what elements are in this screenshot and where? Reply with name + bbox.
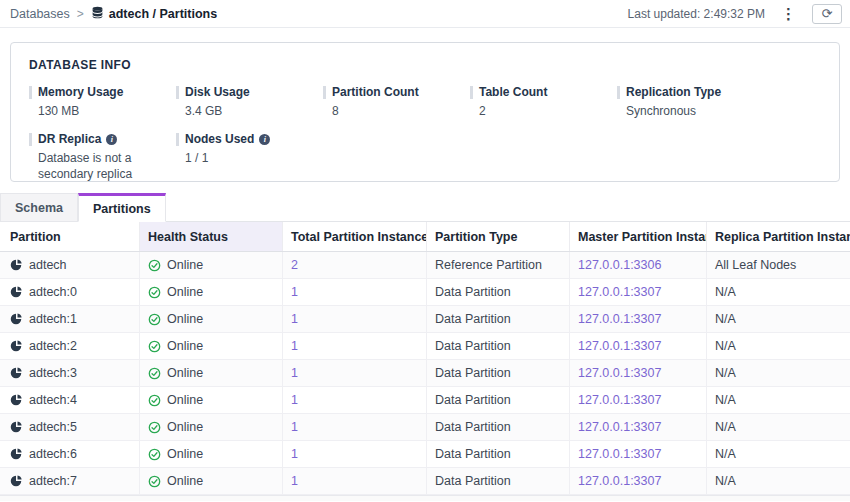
breadcrumb-databases-link[interactable]: Databases bbox=[10, 7, 70, 21]
pie-chart-icon bbox=[10, 421, 22, 433]
stat-label: DR Replica bbox=[38, 132, 101, 146]
partition-cell: adtech:2 bbox=[0, 333, 140, 359]
master-instance-link[interactable]: 127.0.0.1:3307 bbox=[578, 285, 661, 299]
partition-cell: adtech:6 bbox=[0, 441, 140, 467]
partition-type-text: Data Partition bbox=[435, 339, 511, 353]
pie-chart-icon bbox=[10, 286, 22, 298]
health-status-text: Online bbox=[167, 420, 203, 434]
health-ok-icon bbox=[148, 259, 161, 272]
replica-instance-text: N/A bbox=[715, 285, 736, 299]
health-status-text: Online bbox=[167, 393, 203, 407]
health-status-cell: Online bbox=[140, 306, 283, 332]
stat-label: Nodes Used bbox=[185, 132, 254, 146]
replica-instance-text: N/A bbox=[715, 447, 736, 461]
stat-value: 8 bbox=[332, 103, 464, 119]
table-row: adtech Online 2 Reference Partition 127.… bbox=[0, 252, 850, 279]
partition-type-text: Data Partition bbox=[435, 366, 511, 380]
master-instance-link[interactable]: 127.0.0.1:3307 bbox=[578, 339, 661, 353]
total-instances-cell: 1 bbox=[283, 333, 427, 359]
stat-label: Replication Type bbox=[626, 85, 721, 99]
column-header-partition-type[interactable]: Partition Type bbox=[427, 222, 570, 251]
tab-partitions[interactable]: Partitions bbox=[78, 193, 166, 222]
column-header-partition[interactable]: Partition bbox=[0, 222, 140, 251]
replica-instance-cell: N/A bbox=[707, 441, 850, 467]
master-instance-link[interactable]: 127.0.0.1:3306 bbox=[578, 258, 661, 272]
health-ok-icon bbox=[148, 313, 161, 326]
replica-instance-text: N/A bbox=[715, 312, 736, 326]
info-icon[interactable]: i bbox=[106, 134, 117, 145]
stat-item: Replication Type i Synchronous bbox=[617, 85, 764, 119]
table-row: adtech:3 Online 1 Data Partition 127.0.0… bbox=[0, 360, 850, 387]
stat-item: Disk Usage i 3.4 GB bbox=[176, 85, 323, 119]
kebab-menu-icon[interactable]: ⋮ bbox=[777, 4, 800, 23]
health-status-text: Online bbox=[167, 366, 203, 380]
stat-label: Partition Count bbox=[332, 85, 419, 99]
master-instance-link[interactable]: 127.0.0.1:3307 bbox=[578, 366, 661, 380]
total-instances-link[interactable]: 2 bbox=[291, 258, 298, 272]
total-instances-link[interactable]: 1 bbox=[291, 339, 298, 353]
partition-type-text: Data Partition bbox=[435, 447, 511, 461]
partition-type-cell: Data Partition bbox=[427, 387, 570, 413]
partition-type-cell: Data Partition bbox=[427, 468, 570, 494]
partition-type-text: Data Partition bbox=[435, 285, 511, 299]
health-status-text: Online bbox=[167, 447, 203, 461]
health-status-text: Online bbox=[167, 312, 203, 326]
partition-name: adtech:7 bbox=[29, 474, 77, 488]
info-icon[interactable]: i bbox=[259, 134, 270, 145]
replica-instance-cell: N/A bbox=[707, 333, 850, 359]
stat-label: Disk Usage bbox=[185, 85, 250, 99]
breadcrumb: adtech / Partitions bbox=[91, 6, 217, 22]
health-status-text: Online bbox=[167, 258, 203, 272]
total-instances-cell: 1 bbox=[283, 360, 427, 386]
database-icon bbox=[91, 6, 104, 22]
replica-instance-cell: N/A bbox=[707, 279, 850, 305]
table-body: adtech Online 2 Reference Partition 127.… bbox=[0, 252, 850, 495]
total-instances-cell: 1 bbox=[283, 279, 427, 305]
database-info-card: DATABASE INFO Memory Usage i 130 MB Disk… bbox=[10, 42, 840, 182]
partition-type-text: Data Partition bbox=[435, 474, 511, 488]
health-ok-icon bbox=[148, 286, 161, 299]
stat-item: Nodes Used i 1 / 1 bbox=[176, 132, 323, 182]
column-header-master-partition-instance[interactable]: Master Partition Instance ... bbox=[570, 222, 707, 251]
health-ok-icon bbox=[148, 394, 161, 407]
health-status-cell: Online bbox=[140, 441, 283, 467]
total-instances-link[interactable]: 1 bbox=[291, 447, 298, 461]
tab-schema[interactable]: Schema bbox=[0, 193, 78, 222]
master-instance-cell: 127.0.0.1:3307 bbox=[570, 441, 707, 467]
replica-instance-text: N/A bbox=[715, 474, 736, 488]
top-bar: Databases > adtech / Partitions Last upd… bbox=[0, 0, 850, 28]
health-status-cell: Online bbox=[140, 333, 283, 359]
partition-type-text: Data Partition bbox=[435, 312, 511, 326]
partition-type-cell: Data Partition bbox=[427, 441, 570, 467]
master-instance-link[interactable]: 127.0.0.1:3307 bbox=[578, 474, 661, 488]
master-instance-link[interactable]: 127.0.0.1:3307 bbox=[578, 312, 661, 326]
partition-name: adtech bbox=[29, 258, 67, 272]
table-footer-strip bbox=[0, 495, 850, 501]
master-instance-link[interactable]: 127.0.0.1:3307 bbox=[578, 420, 661, 434]
column-header-total-partition-instances[interactable]: Total Partition Instances bbox=[283, 222, 427, 251]
total-instances-link[interactable]: 1 bbox=[291, 285, 298, 299]
total-instances-link[interactable]: 1 bbox=[291, 393, 298, 407]
master-instance-link[interactable]: 127.0.0.1:3307 bbox=[578, 393, 661, 407]
table-row: adtech:7 Online 1 Data Partition 127.0.0… bbox=[0, 468, 850, 495]
table-row: adtech:2 Online 1 Data Partition 127.0.0… bbox=[0, 333, 850, 360]
refresh-button[interactable]: ⟳ bbox=[812, 4, 842, 24]
partition-type-cell: Data Partition bbox=[427, 279, 570, 305]
partition-cell: adtech:4 bbox=[0, 387, 140, 413]
total-instances-cell: 1 bbox=[283, 441, 427, 467]
total-instances-link[interactable]: 1 bbox=[291, 366, 298, 380]
total-instances-link[interactable]: 1 bbox=[291, 312, 298, 326]
master-instance-link[interactable]: 127.0.0.1:3307 bbox=[578, 447, 661, 461]
stat-item: Memory Usage i 130 MB bbox=[29, 85, 176, 119]
total-instances-link[interactable]: 1 bbox=[291, 420, 298, 434]
stat-accent-bar bbox=[29, 86, 32, 99]
partition-cell: adtech:1 bbox=[0, 306, 140, 332]
column-header-health-status[interactable]: Health Status bbox=[140, 222, 283, 251]
stat-accent-bar bbox=[176, 86, 179, 99]
health-status-text: Online bbox=[167, 474, 203, 488]
health-status-text: Online bbox=[167, 339, 203, 353]
stat-accent-bar bbox=[323, 86, 326, 99]
partition-type-cell: Data Partition bbox=[427, 360, 570, 386]
total-instances-link[interactable]: 1 bbox=[291, 474, 298, 488]
column-header-replica-partition-instance[interactable]: Replica Partition Instance ... bbox=[707, 222, 850, 251]
